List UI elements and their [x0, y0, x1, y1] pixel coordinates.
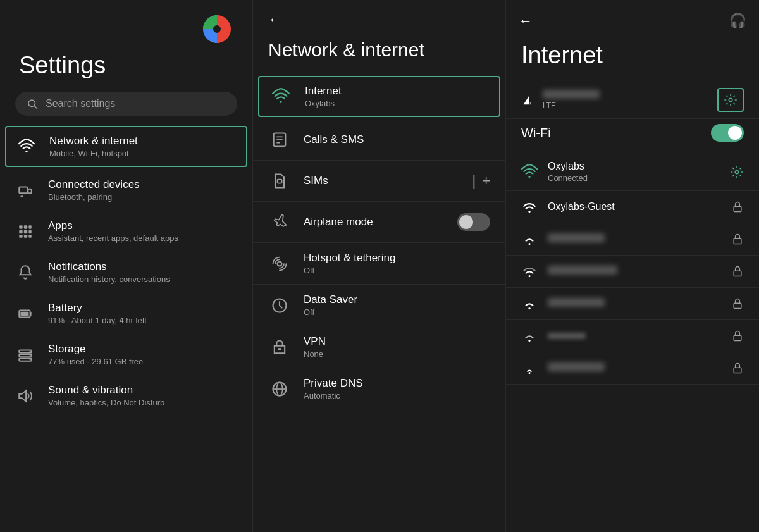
svg-point-27 [280, 101, 282, 103]
wifi-network-4[interactable] [506, 256, 759, 288]
net5-text [548, 298, 605, 309]
svg-point-23 [30, 350, 31, 352]
svg-rect-6 [28, 189, 31, 193]
sidebar-item-notifications[interactable]: Notifications Notification history, conv… [0, 252, 252, 293]
net6-lock [731, 330, 744, 342]
sims-title: SIMs [304, 175, 328, 187]
hotspot-menu-text: Hotspot & tethering Off [304, 252, 396, 275]
svg-point-42 [528, 175, 530, 177]
sidebar-item-apps[interactable]: Apps Assistant, recent apps, default app… [0, 211, 252, 252]
menu-item-calls[interactable]: Calls & SMS [253, 120, 505, 161]
notifications-item-title: Notifications [48, 261, 170, 273]
airplane-title: Airplane mode [304, 216, 373, 228]
svg-line-3 [34, 106, 37, 108]
menu-item-vpn[interactable]: VPN None [253, 326, 505, 368]
middle-title: Network & internet [253, 33, 505, 73]
menu-item-hotspot[interactable]: Hotspot & tethering Off [253, 243, 505, 285]
sidebar-item-network[interactable]: Network & internet Mobile, Wi-Fi, hotspo… [5, 126, 247, 167]
net4-text [548, 266, 617, 277]
battery-item-text: Battery 91% - About 1 day, 4 hr left [48, 302, 147, 325]
menu-item-airplane[interactable]: Airplane mode [253, 202, 505, 243]
datasaver-icon [268, 294, 291, 317]
menu-item-sims[interactable]: SIMs | + [253, 161, 505, 202]
sidebar-item-storage[interactable]: Storage 77% used - 29.61 GB free [0, 334, 252, 375]
search-bar[interactable]: Search settings [15, 92, 237, 116]
menu-item-internet[interactable]: Internet Oxylabs [258, 76, 500, 117]
notifications-item-text: Notifications Notification history, conv… [48, 261, 170, 284]
net3-text [548, 233, 605, 245]
wifi-icon [16, 137, 37, 157]
menu-item-privatedns[interactable]: Private DNS Automatic [253, 368, 505, 409]
wifi-network-oxylabs[interactable]: Oxylabs Connected [506, 153, 759, 191]
wifi-network-7[interactable] [506, 352, 759, 385]
connected-item-title: Connected devices [48, 178, 140, 191]
guest-text: Oxylabs-Guest [548, 201, 615, 213]
network-item-title: Network & internet [49, 135, 138, 147]
hotspot-sub: Off [304, 266, 396, 275]
wifi-network-3[interactable] [506, 223, 759, 256]
oxylabs-name: Oxylabs [548, 161, 588, 172]
net6-text [548, 330, 586, 342]
wifi-network-5[interactable] [506, 288, 759, 320]
sims-divider: | [472, 173, 476, 189]
calls-icon [268, 128, 291, 151]
lte-settings-button[interactable] [717, 88, 744, 112]
wifi-toggle-row: Wi-Fi [506, 119, 759, 147]
privatedns-title: Private DNS [304, 377, 363, 390]
connected-item-text: Connected devices Bluetooth, pairing [48, 178, 140, 202]
svg-point-43 [735, 170, 739, 174]
wifi-network-oxylabs-guest[interactable]: Oxylabs-Guest [506, 191, 759, 223]
back-button[interactable]: ← [268, 13, 282, 27]
sidebar-item-connected[interactable]: Connected devices Bluetooth, pairing [0, 170, 252, 211]
lte-gear-highlight[interactable] [717, 88, 744, 112]
sidebar-item-battery[interactable]: Battery 91% - About 1 day, 4 hr left [0, 293, 252, 334]
wifi-toggle[interactable] [711, 124, 744, 142]
internet-wifi-icon [269, 85, 292, 108]
svg-rect-55 [734, 368, 741, 373]
battery-item-sub: 91% - About 1 day, 4 hr left [48, 316, 147, 325]
net7-lock [731, 362, 744, 374]
add-sim-button[interactable]: + [482, 173, 490, 189]
wifi-signal-guest [521, 199, 538, 215]
network-menu-list: Internet Oxylabs Calls & SMS [253, 76, 505, 409]
battery-icon [15, 304, 35, 324]
internet-title: Internet [305, 85, 342, 97]
svg-rect-19 [20, 311, 28, 316]
vpn-sub: None [304, 349, 326, 359]
net7-name-blurred [548, 362, 605, 371]
settings-list: Network & internet Mobile, Wi-Fi, hotspo… [0, 126, 252, 416]
svg-point-24 [30, 355, 31, 356]
svg-point-41 [729, 98, 732, 102]
svg-rect-13 [24, 230, 27, 233]
svg-rect-51 [734, 303, 741, 308]
airplane-toggle[interactable] [457, 213, 490, 231]
right-back-button[interactable]: ← [519, 14, 533, 28]
wifi-network-6[interactable] [506, 320, 759, 352]
internet-menu-text: Internet Oxylabs [305, 85, 342, 108]
wifi-signal-7 [521, 360, 538, 376]
datasaver-sub: Off [304, 307, 357, 317]
battery-item-title: Battery [48, 302, 147, 314]
network-panel: ← Network & internet Internet Oxylabs [253, 0, 506, 532]
internet-panel: ← 🎧 Internet LTE Wi-Fi [506, 0, 759, 532]
airplane-menu-text: Airplane mode [304, 216, 373, 228]
oxylabs-sub: Connected [548, 173, 588, 183]
svg-rect-9 [19, 225, 22, 228]
carrier-name-blurred [543, 90, 600, 99]
svg-rect-16 [24, 235, 27, 237]
svg-point-33 [278, 261, 282, 266]
apps-icon [15, 221, 35, 242]
oxylabs-gear[interactable] [730, 165, 744, 179]
airplane-toggle-switch[interactable] [457, 213, 490, 231]
datasaver-menu-text: Data Saver Off [304, 294, 357, 317]
svg-rect-10 [24, 225, 27, 228]
sidebar-item-sound[interactable]: Sound & vibration Volume, haptics, Do No… [0, 375, 252, 416]
right-title: Internet [506, 35, 759, 82]
svg-rect-53 [734, 335, 741, 340]
right-header: ← 🎧 [506, 0, 759, 35]
wifi-signal-6 [521, 328, 538, 344]
svg-point-48 [528, 275, 530, 277]
net5-name-blurred [548, 298, 605, 307]
menu-item-datasaver[interactable]: Data Saver Off [253, 285, 505, 326]
svg-rect-15 [19, 235, 22, 237]
